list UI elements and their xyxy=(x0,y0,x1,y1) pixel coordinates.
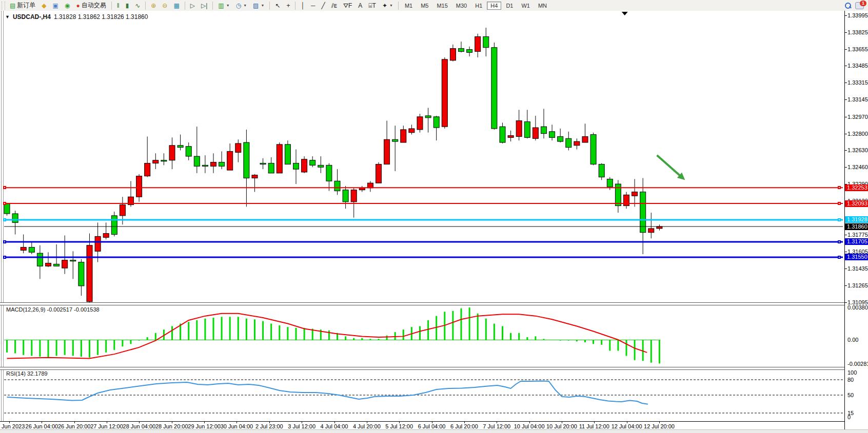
crosshair-button[interactable]: + xyxy=(284,0,292,11)
bar-chart-button[interactable]: ‖ xyxy=(114,0,122,11)
chart-title: ▼ USDCAD-,H4 1.31828 1.31862 1.31826 1.3… xyxy=(5,13,148,20)
terminal-button[interactable]: ▣ xyxy=(50,0,61,11)
timeframe-m5[interactable]: M5 xyxy=(417,2,432,10)
line-handle[interactable] xyxy=(3,240,6,243)
search-icon[interactable] xyxy=(844,2,851,9)
channel-icon: ⫽ᴇ xyxy=(331,3,337,9)
autotrading-button[interactable]: ●自动交易 xyxy=(73,0,108,11)
line-chart-button[interactable]: ∿ xyxy=(132,0,143,11)
template-button[interactable]: ▨▼ xyxy=(250,0,267,11)
chat-notifications-icon[interactable]: 1 xyxy=(855,2,864,9)
macd-histogram-bar xyxy=(543,339,545,340)
candle xyxy=(70,251,76,279)
axis-tick xyxy=(845,252,847,252)
notification-badge: 1 xyxy=(860,1,866,6)
macd-histogram-bar xyxy=(89,340,90,358)
candle xyxy=(161,153,167,165)
fibonacci-tool-button[interactable]: ⛛F xyxy=(341,0,354,11)
periods-button[interactable]: ◷▼ xyxy=(233,0,249,11)
hline-tool-button[interactable]: ─ xyxy=(308,0,318,11)
macd-histogram-bar xyxy=(518,333,520,340)
green-down-arrow[interactable] xyxy=(657,155,685,180)
channel-tool-button[interactable]: ⫽ᴇ xyxy=(329,0,340,11)
macd-histogram-bar xyxy=(427,320,429,340)
new-chart-button[interactable]: ▥▼ xyxy=(215,0,232,11)
auto-scroll-button[interactable]: ▷ xyxy=(188,0,198,11)
macd-histogram-bar xyxy=(279,325,280,340)
candle xyxy=(417,114,423,133)
macd-axis-label: -0.002818 xyxy=(847,361,868,367)
axis-tick xyxy=(845,66,847,66)
price-axis-label: 1.33485 xyxy=(847,63,868,69)
macd-histogram-bar xyxy=(229,317,231,340)
timeframe-m30[interactable]: M30 xyxy=(452,2,470,10)
chevron-down-icon[interactable]: ▼ xyxy=(389,4,393,7)
macd-rsi-splitter[interactable] xyxy=(0,367,844,370)
timeframe-mn[interactable]: MN xyxy=(535,2,550,10)
signals-button[interactable]: ◉ xyxy=(62,0,72,11)
macd-histogram-bar xyxy=(403,329,404,340)
line-handle[interactable] xyxy=(838,240,841,243)
chart-shift-icon: ▷| xyxy=(201,3,207,9)
macd-histogram-bar xyxy=(31,340,32,356)
candle xyxy=(549,125,555,140)
time-axis[interactable]: 23 Jun 202326 Jun 04:0026 Jun 20:0027 Ju… xyxy=(0,421,844,430)
macd-histogram-bar xyxy=(81,340,82,357)
price-axis-label: 1.33995 xyxy=(847,12,868,18)
arrows-tool-button[interactable]: ✦▼ xyxy=(380,0,396,11)
time-axis-label: 26 Jun 20:00 xyxy=(58,423,91,429)
line-handle[interactable] xyxy=(838,186,841,189)
candle xyxy=(599,163,604,180)
macd-histogram-bar xyxy=(494,324,495,340)
line-handle[interactable] xyxy=(838,256,841,259)
candle xyxy=(590,133,596,166)
candle xyxy=(54,244,60,266)
chart-shift-marker-icon[interactable] xyxy=(622,12,628,15)
collapse-triangle-icon[interactable]: ▼ xyxy=(5,14,10,19)
zoom-out-button[interactable]: ⊖ xyxy=(160,0,170,11)
chart-window-button[interactable]: ◆ xyxy=(39,0,49,11)
trendline-tool-button[interactable]: ╱ xyxy=(319,0,327,11)
chart-shift-button[interactable]: ▷| xyxy=(199,0,210,11)
candle xyxy=(186,142,191,160)
timeframe-d1[interactable]: D1 xyxy=(502,2,517,10)
timeframe-h4[interactable]: H4 xyxy=(487,2,501,10)
tile-windows-button[interactable]: ▦ xyxy=(171,0,182,11)
timeframe-w1[interactable]: W1 xyxy=(518,2,534,10)
macd-histogram-bar xyxy=(105,340,107,353)
macd-histogram-bar xyxy=(254,319,255,340)
macd-histogram-bar xyxy=(56,340,57,356)
vline-tool-button[interactable]: │ xyxy=(298,0,307,11)
candle xyxy=(459,42,464,52)
line-handle[interactable] xyxy=(3,256,6,259)
main-macd-splitter[interactable] xyxy=(0,302,844,305)
line-handle[interactable] xyxy=(3,202,6,205)
macd-histogram-bar xyxy=(369,339,371,340)
order-doc-icon: ▤ xyxy=(10,3,15,9)
timeframe-h1[interactable]: H1 xyxy=(471,2,486,10)
timeframe-m15[interactable]: M15 xyxy=(433,2,451,10)
price-axis[interactable]: 1.339951.338251.336551.334851.333151.331… xyxy=(844,11,868,433)
candle xyxy=(516,110,522,140)
text-tool-button[interactable]: A xyxy=(356,0,365,11)
label-tool-button[interactable]: ⌸T xyxy=(366,0,379,11)
line-handle[interactable] xyxy=(838,202,841,205)
timeframe-m1[interactable]: M1 xyxy=(401,2,416,10)
line-handle[interactable] xyxy=(3,218,6,221)
chevron-down-icon[interactable]: ▼ xyxy=(226,4,230,7)
time-axis-label: 10 Jul 20:00 xyxy=(546,423,577,429)
line-handle[interactable] xyxy=(3,186,6,189)
candlestick-button[interactable]: ▮ xyxy=(123,0,132,11)
new-order-button[interactable]: ▤新订单 xyxy=(7,0,38,11)
candle xyxy=(211,153,216,173)
zoom-in-button[interactable]: ⊕ xyxy=(148,0,159,11)
macd-axis-label: 0.003805 xyxy=(847,304,868,311)
new-order-button-label: 新订单 xyxy=(17,1,35,10)
cursor-button[interactable]: ↖ xyxy=(272,0,283,11)
chevron-down-icon[interactable]: ▼ xyxy=(261,4,264,7)
macd-histogram-bar xyxy=(196,320,198,340)
chevron-down-icon[interactable]: ▼ xyxy=(243,4,247,7)
axis-tick xyxy=(845,117,847,117)
line-handle[interactable] xyxy=(838,218,841,221)
candle xyxy=(648,213,654,238)
